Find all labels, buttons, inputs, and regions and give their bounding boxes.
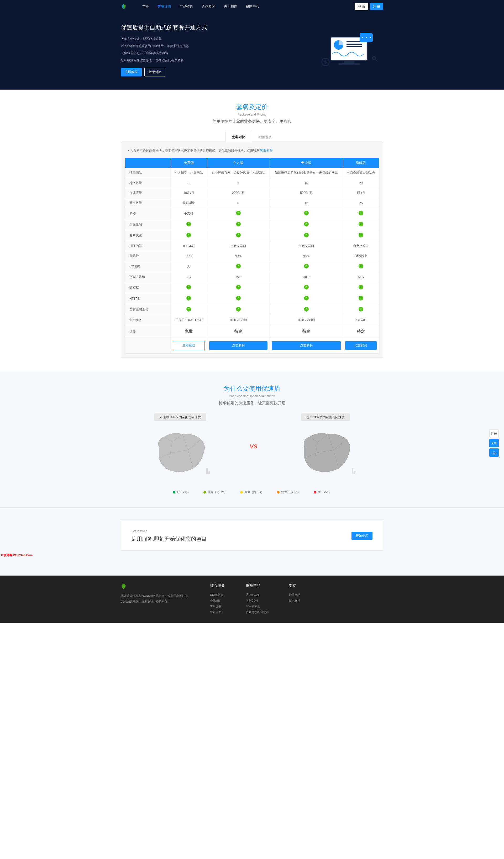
get-free-button[interactable]: 立即获取 [173,341,204,350]
cell: 无 [171,261,207,272]
cell [207,304,270,315]
cell [207,219,270,230]
nav-links: 首页 套餐详情 产品特性 合作专区 关于我们 帮助中心 [142,4,355,9]
plan-personal: 个人版 [207,158,270,168]
cell: 自定义端口 [270,241,343,251]
price-cell: 免费 [171,325,207,338]
table-row: 域名数量151020 [125,178,379,188]
compare-button[interactable]: 效果对比 [144,68,166,76]
cell [343,293,379,304]
cell: 30G [270,272,343,282]
cell [270,304,343,315]
footer-link[interactable]: SSL证书 [210,603,225,609]
float-nav: 注册 套餐 ︿TOP [489,430,499,457]
header: 首页 套餐详情 产品特性 合作专区 关于我们 帮助中心 登 录 注 册 [0,0,504,13]
shield-icon [121,4,127,10]
footer-logo [121,584,189,589]
buy-button[interactable]: 点击购买 [345,341,377,350]
cell [343,304,379,315]
check-icon [304,264,309,269]
float-top[interactable]: ︿TOP [489,448,499,457]
cell [207,293,270,304]
pricing-tabs: 套餐对比 增值服务 [121,132,383,142]
cell [270,208,343,219]
cell: 25 [343,198,379,208]
pricing-section: 套餐及定价 Package and Pricing 简单便捷的让您的业务更快、更… [0,90,504,371]
cell: 95% [270,251,343,261]
float-register[interactable]: 注册 [489,430,499,438]
footer-about-text: 优速盾提供可靠的CDN服务提供商，致力开发更好的CDN加速服务，服务更稳、价格更… [121,593,189,604]
tab-addon[interactable]: 增值服务 [252,132,279,142]
cell: 200G /月 [207,188,270,198]
nav-help[interactable]: 帮助中心 [246,4,259,9]
hero-section: 优速盾提供自助式的套餐开通方式 下单方便快速，配置轻松简单 VIP版套餐目前默认… [0,13,504,90]
nav-features[interactable]: 产品特性 [179,4,193,9]
legend-color-icon [203,491,206,494]
check-icon [236,285,241,289]
legend-item: 好（<1s） [173,490,190,494]
row-label: HTTPS [125,293,171,304]
contact-link[interactable]: 客服专员 [260,149,273,152]
table-row: DDOS防御8G15G30G60G [125,272,379,282]
svg-point-10 [369,37,371,38]
row-label: 适用网站 [125,168,171,178]
float-package[interactable]: 套餐 [489,439,499,447]
footer-link[interactable]: 国防CDN [246,598,268,603]
footer-col-title: 支持 [289,584,300,588]
footer-link[interactable]: 帮助文档 [289,592,300,598]
nav-about[interactable]: 关于我们 [224,4,237,9]
footer-link[interactable]: CC防御 [210,598,225,603]
legend-color-icon [173,491,175,494]
svg-point-13 [373,57,376,60]
cell: 9:00 - 17:30 [207,315,270,325]
cell: 90% [207,251,270,261]
svg-rect-1 [344,61,355,63]
check-icon [359,307,363,312]
footer-link[interactable]: 棋牌游戏301盾牌 [246,609,268,615]
footer-link[interactable]: SSL证书 [210,609,225,615]
map-before: 未使用CDN前的全国访问速度 [121,413,239,480]
cta-section: Get in touch 启用服务,即刻开始优化您的项目 开始使用 IT俊博客 … [0,507,504,575]
nav-partners[interactable]: 合作专区 [202,4,215,9]
table-row: 加速流量10G /月200G /月500G /月1T /月 [125,188,379,198]
login-button[interactable]: 登 录 [355,3,368,10]
tab-compare[interactable]: 套餐对比 [225,132,252,142]
cell [270,261,343,272]
cta-title: 启用服务,即刻开始优化您的项目 [131,536,207,542]
register-button[interactable]: 注 册 [370,3,383,10]
footer-link[interactable]: 防D云WAF [246,592,268,598]
legend-item: 较差（3s~5s） [277,490,301,494]
cell [207,230,270,241]
footer-link[interactable]: DDoS防御 [210,592,225,598]
hero-line: 充值钱包还可以开启自动续费功能 [121,51,207,56]
footer-link[interactable]: 技术支持 [289,598,300,603]
check-icon [359,233,363,238]
footer-link[interactable]: SDK游戏盾 [246,603,268,609]
svg-rect-5 [347,44,362,45]
cell: 8G [171,272,207,282]
cell: 16 [270,198,343,208]
buy-now-button[interactable]: 立即购买 [121,68,142,76]
buy-button[interactable]: 点击购买 [272,341,341,350]
buy-button[interactable]: 点击购买 [209,341,268,350]
cell [343,282,379,293]
start-button[interactable]: 开始使用 [351,532,373,540]
row-label: 防盗链 [125,282,171,293]
cell [207,208,270,219]
cell: 95%以上 [343,251,379,261]
hero-line: VIP版套餐目前默认为月租计费，年费支付更优惠 [121,44,207,48]
svg-rect-2 [338,63,360,65]
cell [171,282,207,293]
price-row: 价格免费待定待定待定 [125,325,379,338]
logo[interactable] [121,4,127,10]
cell: 10G /月 [171,188,207,198]
legend-item: 差（>5s） [314,490,331,494]
nav-packages[interactable]: 套餐详情 [157,4,171,9]
legend-color-icon [277,491,280,494]
check-icon [186,233,191,238]
footer-column: 核心服务DDoS防御CC防御SSL证书SSL证书 [210,584,225,615]
check-icon [359,211,363,215]
nav-home[interactable]: 首页 [142,4,149,9]
table-row: HTTPS [125,293,379,304]
svg-rect-17 [354,471,356,473]
